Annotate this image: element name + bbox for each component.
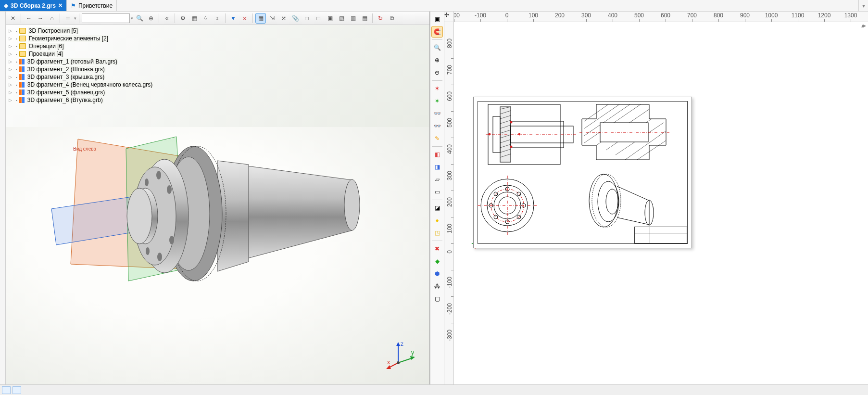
target-button[interactable]: ⊕ [146, 13, 156, 24]
tree-label: Геометрические элементы [2] [28, 35, 109, 42]
clear-filter-button[interactable]: ⨯ [239, 13, 250, 24]
svg-line-58 [637, 140, 666, 160]
tree-fragment[interactable]: ▷•3D фрагмент_3 (крышка.grs) [8, 73, 428, 81]
box3-button[interactable]: ▣ [325, 13, 335, 24]
tree-fragment[interactable]: ▷•3D фрагмент_6 (Втулка.grb) [8, 96, 428, 104]
filter1-button[interactable]: ⚙ [177, 13, 188, 24]
tree-folder[interactable]: ▷•Операции [6] [8, 42, 428, 50]
box4-button[interactable]: ▧ [336, 13, 347, 24]
canvas-2d[interactable]: ▴ ▸ [454, 22, 868, 384]
window-icon[interactable]: ▣ [431, 13, 443, 25]
cube-red-icon[interactable]: ◧ [431, 149, 443, 160]
green-tri-icon[interactable]: ◆ [431, 255, 443, 267]
tab-dropdown[interactable]: ▾ [858, 0, 868, 11]
zoom-out-icon[interactable]: ⊖ [431, 67, 443, 78]
filter2-button[interactable]: ▦ [189, 13, 200, 24]
search-button[interactable]: 🔍 [134, 13, 145, 24]
nav-fwd-button[interactable]: → [35, 13, 46, 24]
sheet-icon[interactable]: ▭ [431, 186, 443, 198]
svg-point-13 [169, 236, 174, 244]
tab-3d-assembly[interactable]: ◈ 3D Сборка 2.grs ✕ [0, 0, 67, 11]
expand-icon[interactable]: ▷ [9, 59, 14, 64]
zoom-in-icon[interactable]: ⊕ [431, 54, 443, 66]
expand-icon[interactable]: ▷ [9, 75, 14, 79]
box5-button[interactable]: ▥ [348, 13, 358, 24]
axis-gizmo[interactable]: z y x [386, 341, 415, 370]
bullet-icon: • [16, 90, 17, 95]
snap-button[interactable]: ⇲ [267, 13, 277, 24]
axes-button[interactable]: ⤧ [278, 13, 289, 24]
chevron-down-icon[interactable]: ▾ [74, 16, 76, 21]
scene-3d [6, 127, 429, 384]
delete-icon[interactable]: ✖ [431, 243, 443, 255]
pencil-icon[interactable]: ✎ [431, 133, 443, 144]
close-icon[interactable]: ✕ [58, 2, 63, 9]
plane-icon[interactable]: ▱ [431, 174, 443, 185]
yellow-cube-icon[interactable]: ◳ [431, 227, 443, 239]
tree-label: 3D фрагмент_4 (Венец червячного колеса.g… [26, 81, 153, 88]
reload-button[interactable]: ↻ [375, 13, 386, 24]
expand-icon[interactable]: ▷ [9, 67, 14, 72]
layout2-button[interactable] [13, 386, 21, 394]
chevron-down-icon[interactable]: ▾ [131, 16, 133, 21]
box-icon[interactable]: ▢ [431, 293, 443, 305]
filter4-button[interactable]: ⩲ [212, 13, 223, 24]
tree-fragment[interactable]: ▷•3D фрагмент_2 (Шпонка.grs) [8, 65, 428, 73]
expand-icon[interactable]: ▷ [9, 28, 14, 33]
tree-fragment[interactable]: ▷•3D фрагмент_4 (Венец червячного колеса… [8, 81, 428, 89]
options-button[interactable]: ⧉ [387, 13, 397, 24]
ruler-tick-label: 400 [446, 144, 453, 154]
tree-folder[interactable]: ▷•Проекции [4] [8, 50, 428, 58]
bullet-icon: • [16, 52, 17, 56]
ruler-corner[interactable]: ✢ [444, 12, 454, 22]
axis-red-icon[interactable]: ✶ [431, 83, 443, 94]
viewport-3d[interactable]: Вид слева [6, 127, 429, 384]
layout1-button[interactable] [2, 386, 11, 394]
expand-icon[interactable]: ▷ [9, 36, 14, 41]
svg-marker-21 [410, 356, 415, 360]
funnel-button[interactable]: ▼ [228, 13, 239, 24]
close-panel-button[interactable]: ✕ [8, 13, 18, 24]
expand-icon[interactable]: ▷ [9, 90, 14, 95]
tree-fragment[interactable]: ▷•3D фрагмент_5 (фланец.grs) [8, 89, 428, 96]
render-button[interactable]: ▦ [359, 13, 370, 24]
tree-folder[interactable]: ▷•3D Построения [5] [8, 27, 428, 35]
collapse-button[interactable]: « [162, 13, 172, 24]
svg-point-11 [156, 171, 161, 179]
shade-cube-icon[interactable]: ◪ [431, 202, 443, 214]
tab-welcome[interactable]: ⚑ Приветствие [67, 0, 117, 11]
box2-button[interactable]: □ [313, 13, 324, 24]
grid-button[interactable]: ▦ [255, 13, 266, 24]
ruler-vertical[interactable]: -300-200-1000100200300400500600700800 [444, 22, 454, 384]
magnet-icon[interactable]: 🧲 [431, 26, 443, 38]
sphere-icon[interactable]: ● [431, 215, 443, 226]
tree-label: Операции [6] [28, 43, 65, 50]
tree-label: 3D Построения [5] [28, 27, 79, 34]
ruler-horizontal[interactable]: -200-10001002003004005006007008009001000… [454, 12, 868, 22]
expand-icon[interactable]: ▷ [9, 82, 14, 87]
clip-button[interactable]: 📎 [290, 13, 301, 24]
scroll-right-icon[interactable]: ▸ [863, 22, 866, 29]
tree-folder[interactable]: ▷•Геометрические элементы [2] [8, 35, 428, 42]
cube-blue-icon[interactable]: ◨ [431, 161, 443, 173]
tree-fragment[interactable]: ▷•3D фрагмент_1 (готовый Вал.grs) [8, 58, 428, 65]
box1-button[interactable]: □ [302, 13, 312, 24]
expand-icon[interactable]: ▷ [9, 51, 14, 56]
svg-point-16 [145, 178, 149, 186]
filter3-button[interactable]: ⩒ [201, 13, 211, 24]
expand-icon[interactable]: ▷ [9, 98, 14, 102]
drawing-sheet[interactable] [473, 97, 692, 248]
search-input[interactable] [82, 13, 130, 23]
zoom-fit-icon[interactable]: 🔍 [431, 42, 443, 53]
list-mode-button[interactable]: ≣ [63, 13, 73, 24]
expand-icon[interactable]: ▷ [9, 44, 14, 49]
model-tree[interactable]: ▷•3D Построения [5]▷•Геометрические элем… [6, 25, 429, 127]
nav-back-button[interactable]: ← [24, 13, 34, 24]
axis-green-icon[interactable]: ✶ [431, 95, 443, 107]
wand-icon[interactable]: ⁂ [431, 280, 443, 292]
blue-cyl-icon[interactable]: ⬢ [431, 268, 443, 280]
glasses1-icon[interactable]: 👓 [431, 108, 443, 119]
home-button[interactable]: ⌂ [47, 13, 57, 24]
tflex-icon: ◈ [4, 2, 8, 9]
glasses2-icon[interactable]: 👓 [431, 120, 443, 132]
